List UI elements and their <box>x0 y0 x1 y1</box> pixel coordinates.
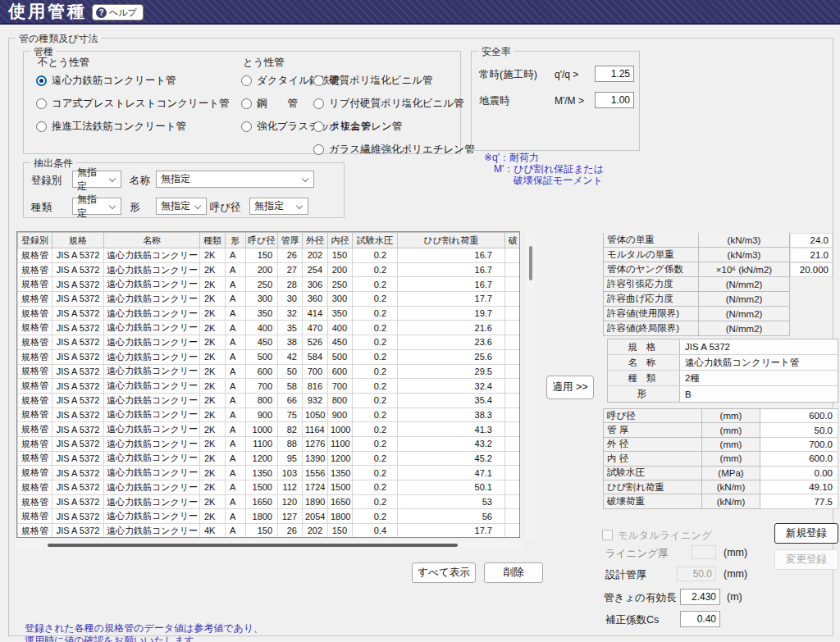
help-button[interactable]: ? ヘルプ <box>92 4 144 20</box>
chevron-down-icon <box>109 175 116 182</box>
pipe-type-radio-option[interactable]: コア式プレストレストコンクリート管 <box>36 92 230 115</box>
pipe-type-radio-option[interactable]: リブ付硬質ポリ塩化ビニル管 <box>313 92 475 115</box>
radio-icon <box>241 98 252 109</box>
safety-normal-label: 常時(施工時) <box>479 68 537 82</box>
table-row[interactable]: 規格管JIS A 5372 遠心力鉄筋コンクリート管2K A1100 88127… <box>18 436 521 451</box>
apply-button[interactable]: 適用 >> <box>546 376 594 399</box>
dimension-row: 管 厚 (mm) 50.0 <box>603 423 838 437</box>
table-row[interactable]: 規格管JIS A 5372 遠心力鉄筋コンクリート管2K A150 26202 … <box>18 248 521 263</box>
chevron-down-icon <box>302 175 308 182</box>
filter-kind-label: 種類 <box>31 201 52 215</box>
filter-registration-select[interactable]: 無指定 <box>72 171 121 188</box>
pipe-type-radio-option[interactable]: 遠心力鉄筋コンクリート管 <box>36 69 230 92</box>
note-line: ※q'：耐荷力 <box>484 152 604 163</box>
radio-icon <box>241 121 252 132</box>
table-row[interactable]: 規格管JIS A 5372 遠心力鉄筋コンクリート管4K A150 26202 … <box>18 524 521 538</box>
column-header[interactable]: 規格 <box>52 233 104 248</box>
column-header[interactable]: 呼び径 <box>246 233 278 248</box>
lining-thickness-input <box>692 545 716 559</box>
table-vertical-scrollbar <box>526 231 536 538</box>
dimension-value-field[interactable]: 50.0 <box>760 423 838 437</box>
dimension-value-field[interactable]: 600.0 <box>760 409 838 423</box>
dimension-value-field[interactable]: 700.0 <box>760 438 838 452</box>
dimension-row: 破壊荷重 (kN/m) 77.5 <box>603 494 838 508</box>
vertical-scrollbar-thumb[interactable] <box>529 246 532 280</box>
filter-diameter-select[interactable]: 無指定 <box>249 198 308 215</box>
delete-button[interactable]: 削除 <box>484 562 543 583</box>
radio-icon <box>313 75 324 86</box>
table-row[interactable]: 規格管JIS A 5372 遠心力鉄筋コンクリート管2K A500 42584 … <box>18 349 521 364</box>
column-header[interactable]: 名称 <box>104 233 200 248</box>
column-header[interactable]: ひび割れ荷重 <box>398 233 505 248</box>
table-row[interactable]: 規格管JIS A 5372 遠心力鉄筋コンクリート管2K A450 38526 … <box>18 335 521 350</box>
chevron-down-icon <box>296 203 303 209</box>
table-row[interactable]: 規格管JIS A 5372 遠心力鉄筋コンクリート管2K A250 28306 … <box>18 277 521 292</box>
table-row[interactable]: 規格管JIS A 5372 遠心力鉄筋コンクリート管2K A700 58816 … <box>18 379 521 394</box>
design-thickness-label: 設計管厚 <box>605 568 646 582</box>
table-row[interactable]: 規格管JIS A 5372 遠心力鉄筋コンクリート管2K A900 751050… <box>18 408 521 422</box>
disclaimer-text: 登録された各種の規格管のデータ値は参考値であり、運用時に値の確認をお願いいたしま… <box>25 584 275 642</box>
material-value-field[interactable] <box>790 321 833 336</box>
table-row[interactable]: 規格管JIS A 5372 遠心力鉄筋コンクリート管2K A1500 11217… <box>18 480 521 495</box>
pipe-type-radio-option[interactable]: 推進工法鉄筋コンクリート管 <box>36 115 230 138</box>
table-row[interactable]: 規格管JIS A 5372 遠心力鉄筋コンクリート管2K A1000 82116… <box>18 422 521 437</box>
dimension-value-field[interactable]: 0.00 <box>760 467 838 480</box>
table-row[interactable]: 規格管JIS A 5372 遠心力鉄筋コンクリート管2K A800 66932 … <box>18 393 521 408</box>
table-row[interactable]: 規格管JIS A 5372 遠心力鉄筋コンクリート管2K A200 27254 … <box>18 262 521 277</box>
dimension-value-field[interactable]: 49.10 <box>760 480 838 494</box>
spec-row: 種 類 2種 <box>608 371 838 386</box>
filter-kind-select[interactable]: 無指定 <box>72 198 121 215</box>
pipe-type-radio-option[interactable]: 硬質ポリ塩化ビニル管 <box>313 69 475 92</box>
material-value-field[interactable] <box>790 292 833 307</box>
column-header[interactable]: 試験水圧 <box>353 233 398 248</box>
column-header[interactable]: 外径 <box>303 233 328 248</box>
table-row[interactable]: 規格管JIS A 5372 遠心力鉄筋コンクリート管2K A1800 12720… <box>18 509 521 524</box>
filter-name-select[interactable]: 無指定 <box>156 171 314 188</box>
mortar-lining-checkbox[interactable] <box>602 530 613 540</box>
horizontal-scrollbar-thumb[interactable] <box>48 544 458 547</box>
effective-length-unit: (m) <box>727 591 742 603</box>
filter-diameter-label: 呼び径 <box>210 201 241 215</box>
material-value-field[interactable]: 20.000 <box>790 262 833 277</box>
table-row[interactable]: 規格管JIS A 5372 遠心力鉄筋コンクリート管2K A300 30360 … <box>18 292 521 307</box>
radio-icon <box>313 144 324 155</box>
dimension-value-field[interactable]: 600.0 <box>760 452 838 466</box>
material-value-field[interactable] <box>790 277 833 292</box>
flexible-pipes-header: とう性管 <box>243 56 285 70</box>
safety-seismic-input[interactable]: 1.00 <box>595 92 634 108</box>
mortar-lining-label: モルタルライニング <box>618 529 712 543</box>
material-value-field[interactable] <box>790 307 833 321</box>
safety-normal-input[interactable]: 1.25 <box>595 66 634 82</box>
design-thickness-input: 50.0 <box>677 567 716 581</box>
register-change-button[interactable]: 変更登録 <box>774 549 838 570</box>
column-header[interactable]: 登録別 <box>18 233 52 248</box>
design-thickness-unit: (mm) <box>724 568 747 580</box>
table-row[interactable]: 規格管JIS A 5372 遠心力鉄筋コンクリート管2K A1650 12018… <box>18 494 521 509</box>
pipe-type-radio-option[interactable]: ガラス繊維強化ポリエチレン管 <box>313 138 475 161</box>
material-value-field[interactable]: 21.0 <box>790 248 833 262</box>
register-new-button[interactable]: 新規登録 <box>774 523 838 544</box>
correction-factor-input[interactable]: 0.40 <box>680 611 720 627</box>
effective-length-input[interactable]: 2.430 <box>680 589 720 605</box>
table-row[interactable]: 規格管JIS A 5372 遠心力鉄筋コンクリート管2K A1350 10315… <box>18 466 521 480</box>
column-header[interactable]: 種類 <box>200 233 226 248</box>
table-row[interactable]: 規格管JIS A 5372 遠心力鉄筋コンクリート管2K A600 50700 … <box>18 364 521 379</box>
column-header[interactable]: 破 <box>505 233 521 248</box>
show-all-button[interactable]: すべて表示 <box>412 562 476 583</box>
dimension-value-field[interactable]: 77.5 <box>760 494 838 508</box>
disclaimer-line: 登録された各種の規格管のデータ値は参考値であり、 <box>25 622 275 635</box>
table-row[interactable]: 規格管JIS A 5372 遠心力鉄筋コンクリート管2K A350 32414 … <box>18 306 521 321</box>
filter-shape-select[interactable]: 無指定 <box>156 198 207 215</box>
table-row[interactable]: 規格管JIS A 5372 遠心力鉄筋コンクリート管2K A1200 95139… <box>18 451 521 466</box>
table-row[interactable]: 規格管JIS A 5372 遠心力鉄筋コンクリート管2K A400 35470 … <box>18 321 521 335</box>
spec-row: 形 B <box>608 386 838 402</box>
safety-normal-symbol: q'/q > <box>555 69 578 80</box>
column-header[interactable]: 内径 <box>328 233 353 248</box>
material-value-field[interactable]: 24.0 <box>790 233 833 248</box>
pipe-type-radio-option[interactable]: ポリエチレン管 <box>313 115 475 138</box>
effective-length-label: 管きょの有効長 <box>604 591 676 605</box>
column-header[interactable]: 形 <box>226 233 246 248</box>
filter-registration-label: 登録別 <box>31 174 62 188</box>
column-header[interactable]: 管厚 <box>278 233 303 248</box>
title-bar: 使用管種 ? ヘルプ <box>0 0 840 25</box>
